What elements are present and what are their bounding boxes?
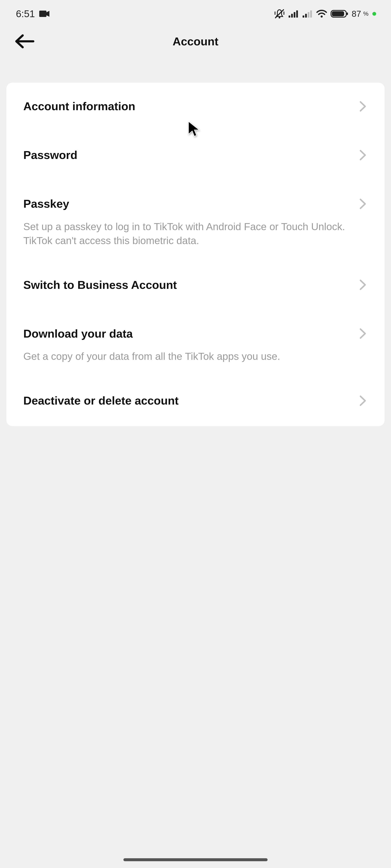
svg-rect-12 [310,10,312,18]
svg-rect-0 [39,10,47,17]
row-label: Switch to Business Account [23,279,177,291]
signal-1-icon [288,9,299,18]
svg-rect-6 [291,14,293,18]
camera-icon [39,10,50,18]
svg-rect-8 [296,10,298,18]
row-label: Account information [23,100,135,113]
svg-point-1 [279,17,280,19]
row-label: Passkey [23,197,69,210]
page-title: Account [173,35,218,48]
row-label: Password [23,149,78,161]
status-bar: 6:51 [0,0,391,28]
row-label: Download your data [23,328,133,340]
back-button[interactable] [13,30,36,53]
arrow-left-icon [14,34,35,49]
vibrate-off-icon [274,8,285,19]
home-indicator[interactable] [123,858,268,861]
row-label: Deactivate or delete account [23,394,179,407]
settings-card: Account information Password Passkey [6,83,385,426]
svg-point-13 [321,16,323,18]
row-password[interactable]: Password [23,149,368,161]
chevron-right-icon [359,327,368,340]
chevron-right-icon [359,197,368,210]
status-time: 6:51 [16,8,35,20]
svg-rect-7 [294,12,295,18]
status-right: 87 % [274,8,376,19]
svg-rect-10 [305,14,307,18]
chevron-right-icon [359,394,368,407]
row-deactivate-delete[interactable]: Deactivate or delete account [23,394,368,407]
row-account-information[interactable]: Account information [23,100,368,113]
battery-percent-sign: % [363,10,368,17]
chevron-right-icon [359,149,368,161]
battery-icon [331,9,349,18]
svg-rect-11 [308,12,309,18]
chevron-right-icon [359,100,368,113]
svg-rect-16 [332,11,344,16]
page-header: Account [0,28,391,55]
row-subtext: Get a copy of your data from all the Tik… [23,349,352,364]
chevron-right-icon [359,278,368,291]
status-left: 6:51 [16,8,50,20]
battery-percent: 87 [352,9,361,19]
wifi-icon [316,9,327,18]
signal-2-icon [302,9,313,18]
row-switch-business[interactable]: Switch to Business Account [23,278,368,291]
row-download-data[interactable]: Download your data Get a copy of your da… [23,327,368,364]
svg-rect-15 [347,12,348,15]
row-passkey[interactable]: Passkey Set up a passkey to log in to Ti… [23,197,368,248]
svg-rect-9 [303,16,304,18]
row-subtext: Set up a passkey to log in to TikTok wit… [23,220,352,248]
privacy-dot-icon [372,12,376,16]
svg-rect-5 [289,16,290,18]
